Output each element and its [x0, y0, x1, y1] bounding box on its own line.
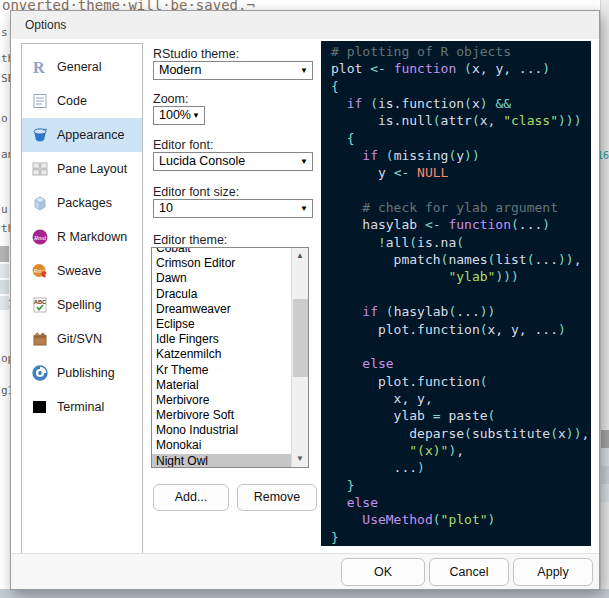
theme-option-katzenmilch[interactable]: Katzenmilch	[152, 347, 291, 362]
code-line: pmatch(names(list(...)),	[331, 251, 591, 268]
theme-option-cobalt[interactable]: Cobalt	[152, 247, 291, 256]
rstudio-theme-select[interactable]: Modern ▼	[153, 61, 313, 80]
sidebar-item-publishing[interactable]: Publishing	[22, 356, 142, 390]
theme-option-crimson-editor[interactable]: Crimson Editor	[152, 256, 291, 271]
apply-button[interactable]: Apply	[513, 558, 593, 586]
cancel-button[interactable]: Cancel	[429, 558, 509, 586]
editor-font-size-select[interactable]: 10 ▼	[153, 199, 313, 218]
code-line: plot.function(x, y, ...)	[331, 321, 591, 338]
publishing-icon	[31, 364, 49, 382]
background-band	[601, 466, 609, 484]
r-markdown-icon: Rmd	[31, 228, 49, 246]
remove-theme-button[interactable]: Remove	[237, 484, 317, 511]
theme-list-scrollbar[interactable]: ▲ ▼	[291, 248, 308, 467]
theme-option-merbivore[interactable]: Merbivore	[152, 393, 291, 408]
code-icon	[31, 92, 49, 110]
theme-preview-panel: # plotting of R objectsplot <- function …	[321, 41, 591, 546]
theme-option-mono-industrial[interactable]: Mono Industrial	[152, 423, 291, 438]
rstudio-theme-value: Modern	[159, 63, 201, 77]
sidebar-item-code[interactable]: Code	[22, 84, 142, 118]
scrollbar-thumb[interactable]	[293, 299, 308, 377]
zoom-select[interactable]: 100% ▼	[153, 106, 205, 125]
background-splitter-band	[0, 246, 9, 262]
sidebar-item-r-markdown[interactable]: RmdR Markdown	[22, 220, 142, 254]
theme-option-eclipse[interactable]: Eclipse	[152, 317, 291, 332]
sidebar-item-git-svn[interactable]: Git/SVN	[22, 322, 142, 356]
code-line: "ylab")))	[331, 268, 591, 285]
appearance-icon	[31, 126, 49, 144]
chevron-down-icon: ▼	[300, 66, 308, 75]
background-band	[0, 296, 9, 310]
sidebar-item-pane-layout[interactable]: Pane Layout	[22, 152, 142, 186]
theme-option-dreamweaver[interactable]: Dreamweaver	[152, 302, 291, 317]
settings-nav: RGeneralCodeAppearancePane LayoutPackage…	[21, 43, 143, 564]
editor-font-label: Editor font:	[153, 138, 213, 152]
svg-text:Rmd: Rmd	[33, 234, 47, 241]
theme-option-dawn[interactable]: Dawn	[152, 271, 291, 286]
sidebar-item-terminal[interactable]: Terminal	[22, 390, 142, 424]
chevron-down-icon: ▼	[192, 111, 200, 120]
theme-option-material[interactable]: Material	[152, 378, 291, 393]
code-line	[331, 182, 591, 199]
sidebar-item-label: General	[57, 60, 101, 74]
theme-option-merbivore-soft[interactable]: Merbivore Soft	[152, 408, 291, 423]
sidebar-item-label: Sweave	[57, 264, 101, 278]
code-line: else	[331, 355, 591, 372]
sidebar-item-label: Terminal	[57, 400, 104, 414]
editor-theme-label: Editor theme:	[153, 233, 227, 247]
code-line: if (hasylab(...))	[331, 303, 591, 320]
options-dialog: Options RGeneralCodeAppearancePane Layou…	[10, 10, 600, 590]
code-line: "(x)"),	[331, 442, 591, 459]
git-svn-icon	[31, 330, 49, 348]
theme-option-idle-fingers[interactable]: Idle Fingers	[152, 332, 291, 347]
code-line: }	[331, 477, 591, 494]
code-line: UseMethod("plot")	[331, 511, 591, 528]
sidebar-item-sweave[interactable]: RnwSweave	[22, 254, 142, 288]
add-theme-button[interactable]: Add...	[153, 484, 229, 511]
sidebar-item-label: Packages	[57, 196, 112, 210]
code-line: # check for ylab argument	[331, 199, 591, 216]
sidebar-item-spelling[interactable]: ABCSpelling	[22, 288, 142, 322]
background-text-fragment: u	[1, 203, 8, 216]
packages-icon	[31, 194, 49, 212]
sidebar-item-general[interactable]: RGeneral	[22, 50, 142, 84]
svg-text:ABC: ABC	[34, 299, 46, 305]
ok-button[interactable]: OK	[341, 558, 425, 586]
dialog-titlebar[interactable]: Options	[11, 11, 599, 39]
scroll-down-icon[interactable]: ▼	[292, 451, 308, 467]
sidebar-item-packages[interactable]: Packages	[22, 186, 142, 220]
code-line: is.null(attr(x, "class")))	[331, 112, 591, 129]
pane-layout-icon	[31, 160, 49, 178]
code-line: ylab = paste(	[331, 407, 591, 424]
code-line: if (is.function(x) &&	[331, 95, 591, 112]
code-line: else	[331, 494, 591, 511]
general-icon: R	[31, 58, 49, 76]
code-line: plot <- function (x, y, ...)	[331, 60, 591, 77]
editor-font-size-value: 10	[159, 201, 173, 215]
spelling-icon: ABC	[31, 296, 49, 314]
sidebar-item-label: Publishing	[57, 366, 115, 380]
zoom-value: 100%	[159, 108, 191, 122]
background-bottom-strip	[0, 589, 609, 598]
terminal-icon	[31, 398, 49, 416]
code-line	[331, 286, 591, 303]
scroll-up-icon[interactable]: ▲	[292, 248, 308, 264]
sidebar-item-appearance[interactable]: Appearance	[22, 118, 142, 152]
sidebar-item-label: Git/SVN	[57, 332, 102, 346]
editor-font-select[interactable]: Lucida Console ▼	[153, 152, 313, 171]
code-line: # plotting of R objects	[331, 43, 591, 60]
chevron-down-icon: ▼	[300, 204, 308, 213]
code-line	[331, 338, 591, 355]
theme-option-dracula[interactable]: Dracula	[152, 287, 291, 302]
dialog-title: Options	[25, 18, 66, 32]
code-line: y <- NULL	[331, 164, 591, 181]
background-text-fragment: s	[1, 26, 8, 39]
background-text-fragment: o	[1, 112, 8, 125]
theme-option-monokai[interactable]: Monokai	[152, 438, 291, 453]
theme-option-night-owl[interactable]: Night Owl	[152, 454, 291, 468]
code-line: hasylab <- function(...)	[331, 216, 591, 233]
sidebar-item-label: Pane Layout	[57, 162, 127, 176]
rstudio-theme-label: RStudio theme:	[153, 47, 239, 61]
theme-option-kr-theme[interactable]: Kr Theme	[152, 363, 291, 378]
background-band	[601, 448, 609, 466]
